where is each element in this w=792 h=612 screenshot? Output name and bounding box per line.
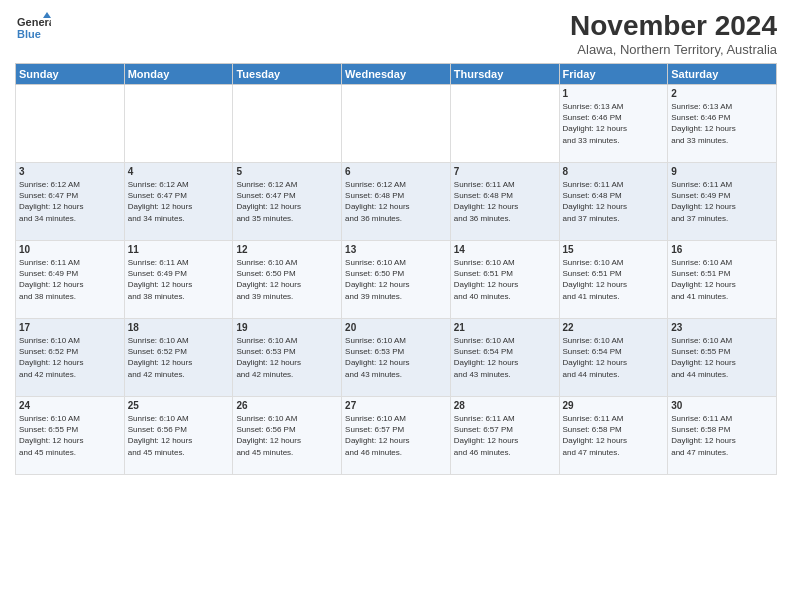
calendar-table: SundayMondayTuesdayWednesdayThursdayFrid… (15, 63, 777, 475)
day-number: 9 (671, 166, 773, 177)
calendar-cell: 17Sunrise: 6:10 AM Sunset: 6:52 PM Dayli… (16, 319, 125, 397)
calendar-week-row: 24Sunrise: 6:10 AM Sunset: 6:55 PM Dayli… (16, 397, 777, 475)
calendar-cell: 18Sunrise: 6:10 AM Sunset: 6:52 PM Dayli… (124, 319, 233, 397)
day-number: 10 (19, 244, 121, 255)
day-info: Sunrise: 6:10 AM Sunset: 6:51 PM Dayligh… (563, 257, 665, 302)
calendar-cell: 21Sunrise: 6:10 AM Sunset: 6:54 PM Dayli… (450, 319, 559, 397)
calendar-cell: 10Sunrise: 6:11 AM Sunset: 6:49 PM Dayli… (16, 241, 125, 319)
day-number: 7 (454, 166, 556, 177)
day-info: Sunrise: 6:10 AM Sunset: 6:54 PM Dayligh… (454, 335, 556, 380)
weekday-header: Monday (124, 64, 233, 85)
day-info: Sunrise: 6:10 AM Sunset: 6:50 PM Dayligh… (236, 257, 338, 302)
day-number: 21 (454, 322, 556, 333)
day-info: Sunrise: 6:11 AM Sunset: 6:57 PM Dayligh… (454, 413, 556, 458)
calendar-cell: 13Sunrise: 6:10 AM Sunset: 6:50 PM Dayli… (342, 241, 451, 319)
day-info: Sunrise: 6:10 AM Sunset: 6:52 PM Dayligh… (128, 335, 230, 380)
weekday-header: Saturday (668, 64, 777, 85)
calendar-cell: 26Sunrise: 6:10 AM Sunset: 6:56 PM Dayli… (233, 397, 342, 475)
calendar-cell: 1Sunrise: 6:13 AM Sunset: 6:46 PM Daylig… (559, 85, 668, 163)
weekday-header: Wednesday (342, 64, 451, 85)
day-info: Sunrise: 6:13 AM Sunset: 6:46 PM Dayligh… (563, 101, 665, 146)
day-number: 23 (671, 322, 773, 333)
calendar-cell: 9Sunrise: 6:11 AM Sunset: 6:49 PM Daylig… (668, 163, 777, 241)
day-number: 4 (128, 166, 230, 177)
day-info: Sunrise: 6:10 AM Sunset: 6:51 PM Dayligh… (454, 257, 556, 302)
day-number: 2 (671, 88, 773, 99)
svg-text:Blue: Blue (17, 28, 41, 40)
day-number: 12 (236, 244, 338, 255)
day-number: 24 (19, 400, 121, 411)
day-number: 30 (671, 400, 773, 411)
subtitle: Alawa, Northern Territory, Australia (570, 42, 777, 57)
weekday-header: Tuesday (233, 64, 342, 85)
calendar-cell: 23Sunrise: 6:10 AM Sunset: 6:55 PM Dayli… (668, 319, 777, 397)
day-info: Sunrise: 6:11 AM Sunset: 6:58 PM Dayligh… (563, 413, 665, 458)
calendar-cell: 7Sunrise: 6:11 AM Sunset: 6:48 PM Daylig… (450, 163, 559, 241)
day-number: 29 (563, 400, 665, 411)
calendar-cell: 4Sunrise: 6:12 AM Sunset: 6:47 PM Daylig… (124, 163, 233, 241)
calendar-cell: 5Sunrise: 6:12 AM Sunset: 6:47 PM Daylig… (233, 163, 342, 241)
weekday-header: Friday (559, 64, 668, 85)
day-number: 25 (128, 400, 230, 411)
weekday-header: Thursday (450, 64, 559, 85)
day-info: Sunrise: 6:11 AM Sunset: 6:48 PM Dayligh… (563, 179, 665, 224)
day-number: 13 (345, 244, 447, 255)
day-number: 26 (236, 400, 338, 411)
calendar-cell: 14Sunrise: 6:10 AM Sunset: 6:51 PM Dayli… (450, 241, 559, 319)
day-info: Sunrise: 6:10 AM Sunset: 6:51 PM Dayligh… (671, 257, 773, 302)
day-info: Sunrise: 6:12 AM Sunset: 6:47 PM Dayligh… (236, 179, 338, 224)
calendar-cell: 27Sunrise: 6:10 AM Sunset: 6:57 PM Dayli… (342, 397, 451, 475)
calendar-week-row: 3Sunrise: 6:12 AM Sunset: 6:47 PM Daylig… (16, 163, 777, 241)
weekday-header: Sunday (16, 64, 125, 85)
day-number: 14 (454, 244, 556, 255)
day-info: Sunrise: 6:11 AM Sunset: 6:49 PM Dayligh… (671, 179, 773, 224)
day-info: Sunrise: 6:10 AM Sunset: 6:52 PM Dayligh… (19, 335, 121, 380)
calendar-cell: 19Sunrise: 6:10 AM Sunset: 6:53 PM Dayli… (233, 319, 342, 397)
day-info: Sunrise: 6:10 AM Sunset: 6:53 PM Dayligh… (345, 335, 447, 380)
calendar-cell: 28Sunrise: 6:11 AM Sunset: 6:57 PM Dayli… (450, 397, 559, 475)
calendar-cell (16, 85, 125, 163)
calendar-cell (342, 85, 451, 163)
calendar-cell: 24Sunrise: 6:10 AM Sunset: 6:55 PM Dayli… (16, 397, 125, 475)
calendar-cell: 16Sunrise: 6:10 AM Sunset: 6:51 PM Dayli… (668, 241, 777, 319)
calendar-week-row: 10Sunrise: 6:11 AM Sunset: 6:49 PM Dayli… (16, 241, 777, 319)
calendar-cell: 2Sunrise: 6:13 AM Sunset: 6:46 PM Daylig… (668, 85, 777, 163)
day-number: 17 (19, 322, 121, 333)
calendar-cell: 6Sunrise: 6:12 AM Sunset: 6:48 PM Daylig… (342, 163, 451, 241)
day-info: Sunrise: 6:11 AM Sunset: 6:49 PM Dayligh… (19, 257, 121, 302)
day-info: Sunrise: 6:11 AM Sunset: 6:48 PM Dayligh… (454, 179, 556, 224)
day-info: Sunrise: 6:10 AM Sunset: 6:57 PM Dayligh… (345, 413, 447, 458)
day-number: 1 (563, 88, 665, 99)
day-number: 20 (345, 322, 447, 333)
calendar-page: General Blue November 2024 Alawa, Northe… (0, 0, 792, 612)
title-block: November 2024 Alawa, Northern Territory,… (570, 10, 777, 57)
calendar-cell: 20Sunrise: 6:10 AM Sunset: 6:53 PM Dayli… (342, 319, 451, 397)
calendar-cell: 22Sunrise: 6:10 AM Sunset: 6:54 PM Dayli… (559, 319, 668, 397)
calendar-cell: 25Sunrise: 6:10 AM Sunset: 6:56 PM Dayli… (124, 397, 233, 475)
day-number: 28 (454, 400, 556, 411)
weekday-header-row: SundayMondayTuesdayWednesdayThursdayFrid… (16, 64, 777, 85)
day-info: Sunrise: 6:10 AM Sunset: 6:56 PM Dayligh… (128, 413, 230, 458)
day-info: Sunrise: 6:11 AM Sunset: 6:58 PM Dayligh… (671, 413, 773, 458)
day-number: 27 (345, 400, 447, 411)
day-info: Sunrise: 6:11 AM Sunset: 6:49 PM Dayligh… (128, 257, 230, 302)
calendar-cell: 11Sunrise: 6:11 AM Sunset: 6:49 PM Dayli… (124, 241, 233, 319)
day-number: 3 (19, 166, 121, 177)
calendar-cell (124, 85, 233, 163)
calendar-cell: 30Sunrise: 6:11 AM Sunset: 6:58 PM Dayli… (668, 397, 777, 475)
calendar-cell: 29Sunrise: 6:11 AM Sunset: 6:58 PM Dayli… (559, 397, 668, 475)
day-number: 6 (345, 166, 447, 177)
day-info: Sunrise: 6:10 AM Sunset: 6:50 PM Dayligh… (345, 257, 447, 302)
header: General Blue November 2024 Alawa, Northe… (15, 10, 777, 57)
logo: General Blue (15, 10, 51, 46)
calendar-cell: 12Sunrise: 6:10 AM Sunset: 6:50 PM Dayli… (233, 241, 342, 319)
calendar-cell (450, 85, 559, 163)
day-number: 11 (128, 244, 230, 255)
day-info: Sunrise: 6:12 AM Sunset: 6:47 PM Dayligh… (128, 179, 230, 224)
day-info: Sunrise: 6:12 AM Sunset: 6:47 PM Dayligh… (19, 179, 121, 224)
month-title: November 2024 (570, 10, 777, 42)
svg-marker-2 (43, 12, 51, 18)
calendar-cell: 3Sunrise: 6:12 AM Sunset: 6:47 PM Daylig… (16, 163, 125, 241)
day-number: 18 (128, 322, 230, 333)
day-number: 15 (563, 244, 665, 255)
